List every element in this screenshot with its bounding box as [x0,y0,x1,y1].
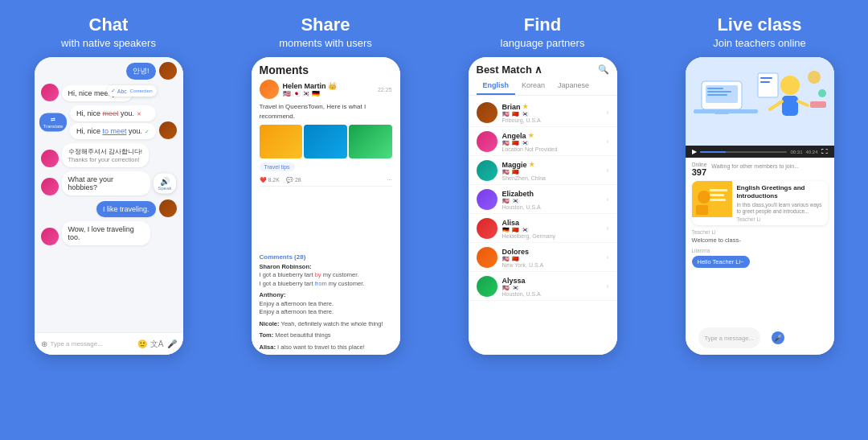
translate-button[interactable]: ⇄ Translate [39,113,68,132]
user-alyssa[interactable]: Alyssa 🇺🇸🇰🇷 Houston, U.S.A › [469,273,617,301]
user-maggie[interactable]: Maggie ★ 🇺🇸🇨🇳 ShenZhen, China › [469,157,617,185]
play-icon[interactable]: ▶ [692,148,697,155]
svg-point-16 [808,71,821,84]
chat-correction-1: Hi, nice meet you. ✕ [70,105,156,121]
svg-rect-15 [760,81,770,83]
tab-japanese[interactable]: Japanese [551,79,596,95]
chat-bubble-5: What are your hobbies? 🔊 Speak [62,171,150,195]
find-tabs: English Korean Japanese [469,79,617,96]
user-brian[interactable]: Brian ★ 🇺🇸🇨🇳🇰🇷 Fribourg, U.S.A › [469,99,617,127]
chat-avatar-6 [159,199,177,217]
chat-screen: 안녕! Hi, nice meet you. ✓ Abc Correction [35,57,183,332]
comment-nicole: Nicole: Yeah, definitely watch the whole… [260,320,392,329]
live-class-card[interactable]: English Greetings and Introductions In t… [692,181,828,225]
user-avatar-angela [477,131,497,152]
chat-bubble-korean: 안녕! [126,63,156,80]
emoji-icon[interactable]: 🙂 [137,339,147,348]
live-phone: ▶ 00:31 40:24 ⛶ Online 397 Waiting for o… [686,57,834,355]
chat-bubble-6: I like traveling. [96,201,156,217]
chevron-right-icon: › [607,109,609,117]
live-chat-msg-2: Lilanma Hello Teacher Li~ [692,247,828,269]
svg-rect-21 [696,205,708,215]
chevron-right-icon: › [607,167,609,175]
live-title: Live class [717,14,801,35]
chat-row-3: ⇄ Translate Hi, nice meet you. ✕ Hi, nic… [65,105,177,139]
speak-button[interactable]: 🔊 Speak [154,174,175,194]
user-dolores[interactable]: Dolores 🇺🇸🇨🇳 New York, U.S.A › [469,244,617,272]
post-img-1 [260,125,303,158]
user-angela[interactable]: Angela ★ 🇺🇸🇨🇳🇰🇷 Location Not Provided › [469,128,617,156]
chat-bubble-2: Hi, nice meet you. ✓ Abc Correction [62,85,133,101]
svg-rect-6 [707,88,723,89]
find-section: Find language partners Best Match ∧ 🔍 En… [434,0,651,440]
progress-bar[interactable] [700,151,788,153]
post-avatar [260,80,279,99]
chat-correction-2: Hi, nice to meet you. ✓ [70,123,156,139]
svg-point-20 [698,191,710,204]
post-share[interactable]: ··· [387,177,392,183]
class-card-image [692,181,732,217]
fullscreen-icon[interactable]: ⛶ [821,148,828,155]
post-user-row: Helen Martin 👑 🇺🇸🇯🇵🇰🇷🇩🇪 22:25 [260,80,392,99]
svg-rect-5 [714,113,729,114]
chat-input[interactable]: Type a message... [51,340,134,347]
tab-korean[interactable]: Korean [515,79,551,95]
video-controls: ▶ 00:31 40:24 ⛶ [686,146,834,158]
chat-avatar-7 [41,228,59,245]
post-actions: ❤️ 8.2K 💬 28 ··· [260,175,392,187]
moments-header: Moments [252,57,400,80]
live-mic-button[interactable]: 🎤 [772,331,784,344]
svg-rect-10 [782,96,798,116]
comments-header: Comments (28) [260,253,392,261]
post-img-2 [304,125,347,158]
chat-input-bar: ⊕ Type a message... 🙂 文A 🎤 [35,332,183,355]
live-input-bar[interactable]: Type a message... [698,327,760,348]
user-avatar-dolores [477,247,497,268]
svg-rect-22 [710,189,727,191]
add-icon[interactable]: ⊕ [41,339,47,348]
comment-tom: Tom: Meet beautiful things [260,331,392,340]
live-info-row: Online 397 Waiting for other members to … [686,158,834,181]
user-elizabeth[interactable]: Elizabeth 🇺🇸🇰🇷 Houston, U.S.A › [469,186,617,214]
comment-alisa: Alisa: I also want to travel to this pla… [260,343,392,352]
svg-rect-8 [707,94,727,96]
post-img-3 [349,125,392,158]
user-avatar-maggie [477,160,497,181]
find-title: Find [524,14,561,35]
svg-rect-13 [758,73,778,97]
chat-avatar-3 [159,121,177,139]
user-alisa[interactable]: Alisa 🇩🇪🇨🇳🇰🇷 Heidelberg, Germany › [469,215,617,243]
find-search-icon[interactable]: 🔍 [598,64,609,75]
user-avatar-alyssa [477,276,497,297]
chat-row-1: 안녕! [41,62,177,80]
translate-icon[interactable]: 文A [150,339,164,350]
class-card-content: English Greetings and Introductions In t… [732,181,828,225]
live-screen: ▶ 00:31 40:24 ⛶ Online 397 Waiting for o… [686,57,834,355]
tab-english[interactable]: English [477,79,516,95]
chat-title: Chat [89,14,129,35]
post-text: Travel in QueensTown, Here is what I rec… [260,102,392,120]
chat-avatar-2 [41,84,59,101]
comment-sharon: Sharon Robinson: I got a blueberry tart … [260,263,392,289]
post-comments[interactable]: 💬 28 [286,177,301,183]
correction-badge: ✓ Abc Correction [107,85,157,97]
find-title-text: Best Match ∧ [477,64,542,76]
chat-row-6: I like traveling. [41,199,177,217]
svg-rect-7 [707,91,731,93]
svg-point-17 [818,89,826,97]
post-username: Helen Martin 👑 [283,82,374,90]
chat-section: Chat with native speakers 안녕! Hi, nice m… [0,0,217,440]
user-info-maggie: Maggie ★ 🇺🇸🇨🇳 ShenZhen, China [502,161,602,181]
progress-fill [700,151,727,153]
chevron-right-icon: › [607,224,609,232]
post-tag[interactable]: Travel tips [260,162,295,171]
mic-icon[interactable]: 🎤 [167,339,177,348]
chat-subtitle: with native speakers [61,37,156,49]
svg-rect-18 [810,101,826,108]
live-subtitle: Join teachers online [713,37,806,49]
share-title: Share [301,14,350,35]
svg-rect-14 [760,77,772,79]
post-likes[interactable]: ❤️ 8.2K [260,177,280,183]
share-section: Share moments with users Moments Helen M… [217,0,434,440]
post-user-info: Helen Martin 👑 🇺🇸🇯🇵🇰🇷🇩🇪 [283,82,374,97]
